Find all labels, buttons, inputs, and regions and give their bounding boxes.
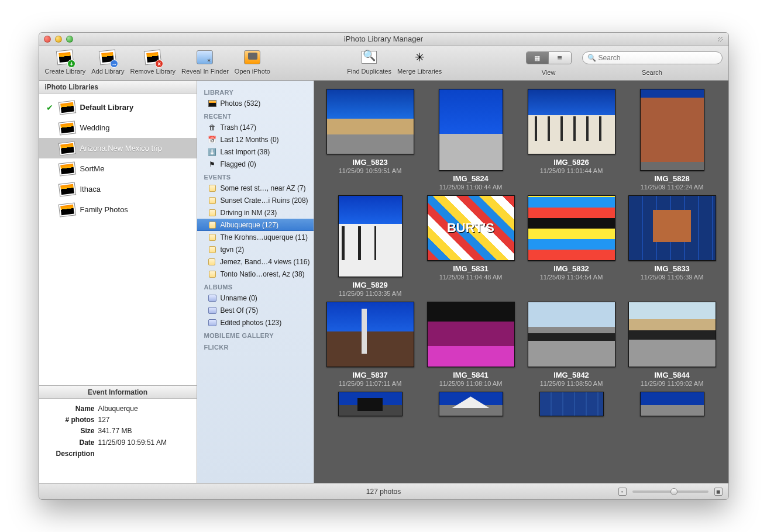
thumbnail-pane[interactable]: IMG_582311/25/09 10:59:51 AMIMG_582411/2… (314, 81, 728, 483)
album-item[interactable]: Unname (0) (197, 292, 314, 304)
library-item[interactable]: Arizona:New Mexico trip (39, 138, 197, 158)
find-duplicates-button[interactable]: Find Duplicates (347, 48, 391, 75)
photo-name: IMG_5832 (553, 264, 589, 273)
photo-thumbnail[interactable] (640, 89, 704, 171)
event-icon (209, 197, 216, 204)
photo-thumbnail[interactable] (427, 302, 515, 367)
photo-cell[interactable]: IMG_582411/25/09 11:00:44 AM (423, 89, 519, 191)
section-flickr: FLICKR (197, 340, 314, 352)
event-item[interactable]: Tonto Natio…orest, Az (38) (197, 268, 314, 280)
view-toggle[interactable]: ▦ ≣ (526, 51, 572, 64)
open-iphoto-button[interactable]: Open iPhoto (235, 48, 270, 75)
photo-cell[interactable]: IMG_584111/25/09 11:08:10 AM (423, 302, 519, 387)
photo-cell[interactable]: IMG_584411/25/09 11:09:02 AM (624, 302, 720, 387)
photo-thumbnail[interactable] (439, 392, 503, 416)
thumb-small-icon[interactable]: ▫ (618, 488, 627, 496)
photo-thumbnail[interactable] (539, 392, 604, 416)
create-library-button[interactable]: + Create Library (45, 48, 86, 75)
event-icon (208, 258, 215, 265)
section-library: LIBRARY (197, 85, 314, 97)
photo-cell[interactable]: IMG_584211/25/09 11:08:50 AM (524, 302, 620, 387)
photo-cell[interactable]: IMG_582311/25/09 10:59:51 AM (322, 89, 418, 191)
photo-cell[interactable]: IMG_583211/25/09 11:04:54 AM (524, 195, 620, 297)
thumbnail-size-slider[interactable] (632, 490, 708, 493)
source-list-pane: LIBRARY Photos (532) RECENT 🗑Trash (147)… (197, 81, 314, 483)
zoom-button[interactable] (66, 36, 73, 43)
photo-thumbnail[interactable] (528, 89, 615, 154)
list-view-icon[interactable]: ≣ (549, 52, 571, 64)
recent-item[interactable]: ⬇️Last Import (38) (197, 146, 314, 158)
photo-cell[interactable]: IMG_582911/25/09 11:03:35 AM (322, 195, 418, 297)
check-icon: ✔ (45, 103, 54, 112)
library-item[interactable]: Family Photos (39, 199, 197, 220)
search-input-wrapper[interactable]: 🔍 (582, 51, 723, 64)
status-bar: 127 photos ▫ ◼ (39, 483, 728, 499)
thumb-large-icon[interactable]: ◼ (714, 488, 723, 496)
recent-item[interactable]: 🗑Trash (147) (197, 121, 314, 133)
photo-cell[interactable]: IMG_582611/25/09 11:01:44 AM (524, 89, 620, 191)
remove-library-button[interactable]: × Remove Library (130, 48, 176, 75)
photo-cell[interactable] (524, 392, 620, 416)
photo-date: 11/25/09 11:03:35 AM (339, 290, 402, 297)
grid-view-icon[interactable]: ▦ (527, 52, 549, 64)
recent-icon: 🗑 (208, 123, 217, 132)
section-events: EVENTS (197, 170, 314, 182)
photo-thumbnail[interactable] (628, 302, 716, 367)
photo-cell[interactable]: IMG_583311/25/09 11:05:39 AM (624, 195, 720, 297)
photo-thumbnail[interactable] (528, 195, 615, 261)
library-item[interactable]: Ithaca (39, 179, 197, 199)
recent-icon: ⚑ (208, 160, 217, 168)
photo-thumbnail[interactable] (326, 302, 414, 367)
reveal-in-finder-button[interactable]: Reveal In Finder (181, 48, 229, 75)
photos-item[interactable]: Photos (532) (197, 97, 314, 109)
photo-cell[interactable]: IMG_583111/25/09 11:04:48 AM (423, 195, 519, 297)
photo-name: IMG_5823 (352, 158, 388, 167)
merge-libraries-button[interactable]: ✳︎ Merge Libraries (397, 48, 442, 75)
search-input[interactable] (599, 54, 717, 62)
recent-item[interactable]: ⚑Flagged (0) (197, 158, 314, 170)
event-item[interactable]: Some rest st…, near AZ (7) (197, 182, 314, 194)
photo-thumbnail[interactable] (338, 195, 403, 277)
recent-icon: 📅 (208, 136, 217, 144)
search-icon: 🔍 (587, 54, 596, 62)
photo-thumbnail[interactable] (326, 89, 414, 154)
event-item[interactable]: Sunset Crate…i Ruins (208) (197, 194, 314, 206)
event-item[interactable]: tgvn (2) (197, 243, 314, 255)
photo-name: IMG_5841 (453, 371, 489, 379)
photo-thumbnail[interactable] (338, 392, 403, 416)
photo-thumbnail[interactable] (528, 302, 615, 367)
photo-cell[interactable] (624, 392, 720, 416)
event-item[interactable]: Jemez, Band…4 views (116) (197, 255, 314, 268)
section-mobileme: MOBILEME GALLERY (197, 329, 314, 340)
photo-thumbnail[interactable] (439, 89, 503, 171)
event-item[interactable]: Albuquerque (127) (197, 219, 314, 231)
view-group: ▦ ≣ View (526, 48, 572, 76)
album-item[interactable]: Edited photos (123) (197, 316, 314, 329)
event-icon (209, 246, 216, 253)
event-item[interactable]: Driving in NM (23) (197, 206, 314, 219)
photo-cell[interactable]: IMG_583711/25/09 11:07:11 AM (322, 302, 418, 387)
library-item[interactable]: Wedding (39, 118, 197, 138)
toolbar-toggle-icon[interactable] (717, 36, 724, 43)
titlebar: iPhoto Library Manager (39, 33, 728, 46)
event-icon (209, 271, 216, 278)
minimize-button[interactable] (55, 36, 62, 43)
event-icon (209, 209, 216, 216)
library-item[interactable]: SortMe (39, 158, 197, 179)
close-button[interactable] (44, 36, 51, 43)
add-library-button[interactable]: → Add Library (91, 48, 124, 75)
album-item[interactable]: Best Of (75) (197, 304, 314, 316)
photo-cell[interactable]: IMG_582811/25/09 11:02:24 AM (624, 89, 720, 191)
photo-thumbnail[interactable] (427, 195, 515, 261)
section-recent: RECENT (197, 109, 314, 121)
content-area: iPhoto Libraries ✔ Default Library Weddi… (39, 81, 728, 483)
photo-cell[interactable] (322, 392, 418, 416)
recent-item[interactable]: 📅Last 12 Months (0) (197, 133, 314, 146)
event-icon (209, 222, 216, 229)
photo-cell[interactable] (423, 392, 519, 416)
photo-thumbnail[interactable] (640, 392, 704, 416)
photo-thumbnail[interactable] (628, 195, 716, 261)
app-window: iPhoto Library Manager + Create Library … (39, 32, 729, 500)
library-item[interactable]: ✔ Default Library (39, 97, 197, 118)
event-item[interactable]: The Krohns…uquerque (11) (197, 231, 314, 243)
